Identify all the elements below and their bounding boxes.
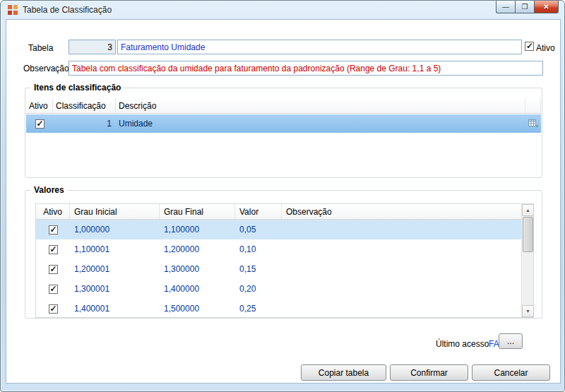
cancelar-button[interactable]: Cancelar (472, 364, 550, 381)
valores-cell-grau-inicial: 1,300001 (70, 284, 160, 294)
scrollbar-thumb[interactable] (523, 217, 533, 252)
valores-cell-valor: 0,20 (235, 284, 282, 294)
valores-cell-grau-inicial: 1,000000 (70, 225, 160, 234)
scrollbar-up-icon[interactable]: ▲ (522, 204, 534, 216)
valores-col-grau-inicial: Grau Inicial (70, 204, 160, 219)
more-button[interactable]: ... (499, 333, 523, 349)
itens-col-ativo: Ativo (26, 98, 53, 113)
tabela-id-input[interactable] (69, 40, 116, 54)
valores-scrollbar[interactable]: ▲ ▼ (521, 204, 533, 317)
itens-group-title: Itens de classificação (31, 83, 124, 93)
ativo-checkbox[interactable] (525, 42, 534, 51)
observacao-input[interactable] (69, 61, 543, 76)
valores-row-checkbox[interactable] (49, 265, 58, 274)
valores-table: Ativo Grau Inicial Grau Final Valor Obse… (35, 203, 534, 318)
close-button[interactable]: ✕ (534, 1, 559, 13)
valores-cell-grau-final: 1,100000 (160, 225, 235, 234)
observacao-label: Observação (23, 64, 69, 73)
valores-cell-valor: 0,05 (235, 225, 282, 234)
dialog-window: Tabela de Classificação — ❐ ✕ Tabela Ati… (0, 0, 565, 392)
valores-row-checkbox[interactable] (49, 285, 58, 294)
valores-col-observacao: Observação (282, 204, 522, 219)
valores-row-checkbox[interactable] (49, 225, 58, 234)
itens-col-descricao: Descrição (116, 98, 525, 113)
window-title: Tabela de Classificação (23, 5, 112, 15)
valores-cell-grau-inicial: 1,100001 (70, 244, 160, 254)
valores-group-title: Valores (31, 185, 67, 195)
scrollbar-down-icon[interactable]: ▼ (522, 305, 534, 317)
valores-group: Valores Ativo Grau Inicial Grau Final Va… (25, 190, 542, 319)
tabela-name-input[interactable] (117, 40, 522, 54)
caption-buttons: — ❐ ✕ (496, 1, 559, 13)
itens-group: Itens de classificação Ativo Classificaç… (25, 88, 542, 178)
valores-cell-grau-final: 1,200000 (160, 244, 235, 254)
valores-cell-valor: 0,25 (235, 304, 282, 314)
valores-col-grau-final: Grau Final (160, 204, 235, 219)
valores-row-checkbox[interactable] (49, 304, 58, 314)
valores-row[interactable]: 1,100001 1,200000 0,10 (36, 239, 522, 259)
valores-cell-grau-final: 1,400000 (160, 284, 235, 294)
valores-row[interactable]: 1,400001 1,500000 0,25 (36, 299, 522, 319)
dialog-content: Tabela Ativo Observação Itens de classif… (6, 19, 561, 384)
valores-cell-grau-final: 1,500000 (160, 304, 235, 314)
valores-table-header: Ativo Grau Inicial Grau Final Valor Obse… (36, 204, 522, 220)
app-icon (8, 5, 18, 15)
confirmar-button[interactable]: Confirmar (390, 364, 468, 381)
itens-col-actions (525, 98, 541, 113)
valores-col-valor: Valor (235, 204, 282, 219)
tabela-label: Tabela (28, 43, 53, 53)
valores-row[interactable]: 1,300001 1,400000 0,20 (36, 279, 522, 299)
itens-row-classificacao: 1 (53, 119, 116, 129)
maximize-button[interactable]: ❐ (515, 1, 534, 13)
itens-row-checkbox[interactable] (35, 119, 44, 129)
valores-col-ativo: Ativo (36, 204, 70, 219)
valores-cell-grau-final: 1,300000 (160, 264, 235, 274)
valores-cell-grau-inicial: 1,400001 (70, 304, 160, 314)
ultimo-acesso-label: Último acesso (436, 339, 489, 349)
valores-cell-valor: 0,15 (235, 264, 282, 274)
copiar-tabela-button[interactable]: Copiar tabela (301, 364, 386, 381)
itens-table-row[interactable]: 1 Umidade (26, 114, 541, 133)
valores-cell-valor: 0,10 (235, 244, 282, 254)
itens-table-header: Ativo Classificação Descrição (26, 98, 541, 114)
valores-row[interactable]: 1,200001 1,300000 0,15 (36, 259, 522, 279)
minimize-button[interactable]: — (496, 1, 515, 13)
valores-row[interactable]: 1,000000 1,100000 0,05 (36, 220, 522, 239)
valores-cell-grau-inicial: 1,200001 (70, 264, 160, 274)
add-item-icon[interactable] (525, 119, 541, 129)
itens-row-descricao: Umidade (116, 119, 525, 129)
itens-col-classificacao: Classificação (53, 98, 116, 113)
valores-row-checkbox[interactable] (49, 245, 58, 254)
ativo-label: Ativo (536, 43, 555, 53)
title-bar[interactable]: Tabela de Classificação — ❐ ✕ (1, 1, 564, 19)
